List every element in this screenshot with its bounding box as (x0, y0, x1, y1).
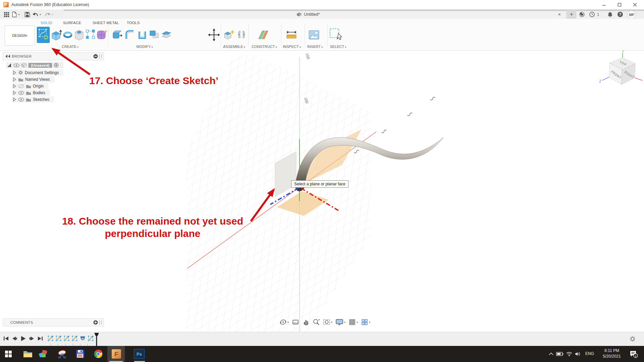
fillet-button[interactable] (124, 28, 136, 42)
app-grid-button[interactable] (2, 11, 11, 18)
save-button[interactable] (23, 11, 32, 18)
group-label-create[interactable]: CREATE (55, 45, 86, 49)
pan-button[interactable] (302, 318, 310, 326)
comments-header[interactable]: COMMENTS (3, 318, 104, 326)
browser-header[interactable]: BROWSER (3, 52, 104, 60)
revolve-button[interactable] (62, 28, 73, 42)
browser-item-named-views[interactable]: Named Views (12, 76, 55, 82)
visibility-eye-icon[interactable] (18, 91, 24, 95)
pattern-button[interactable] (85, 28, 96, 42)
expand-caret-icon[interactable] (13, 84, 16, 88)
group-label-construct[interactable]: CONSTRUCT (249, 45, 280, 49)
minimize-button[interactable] (596, 0, 612, 9)
move-copy-button[interactable] (208, 28, 220, 42)
combine-button[interactable] (149, 28, 160, 42)
joint-button[interactable] (236, 28, 247, 42)
visibility-eye-icon[interactable] (13, 63, 19, 67)
taskbar-chrome[interactable] (93, 349, 104, 359)
timeline-play-button[interactable] (20, 336, 26, 342)
expand-caret-icon[interactable] (13, 91, 16, 95)
taskbar-file-explorer[interactable] (22, 349, 34, 359)
timeline-feature-solid[interactable] (79, 335, 86, 342)
shell-button[interactable] (137, 28, 148, 42)
redo-button[interactable]: ▾ (44, 11, 53, 18)
expand-caret-icon[interactable] (13, 98, 16, 102)
taskbar-photoshop[interactable]: Ps (133, 349, 145, 359)
timeline-feature-sketch-2[interactable] (55, 335, 62, 342)
group-label-modify[interactable]: MODIFY (129, 45, 160, 49)
visibility-eye-icon[interactable] (18, 98, 24, 102)
document-tab[interactable]: Untitled* (64, 11, 567, 19)
viewports-button[interactable]: ▾ (361, 318, 370, 326)
file-menu-button[interactable]: ▾ (11, 11, 20, 18)
tab-sheet-metal[interactable]: SHEET METAL (93, 21, 119, 25)
split-body-button[interactable] (161, 28, 172, 42)
new-tab-button[interactable]: + (567, 10, 576, 19)
tray-clock[interactable]: 8:11 PM 5/20/2021 (599, 348, 625, 359)
maximize-button[interactable] (612, 0, 627, 9)
insert-image-button[interactable] (308, 28, 320, 42)
browser-root-row[interactable]: (Unsaved) (6, 62, 63, 68)
timeline-go-to-end-button[interactable] (38, 336, 43, 341)
fit-button[interactable]: ▾ (323, 318, 332, 326)
close-tab-button[interactable]: × (555, 11, 564, 18)
expand-caret-icon[interactable] (13, 77, 16, 81)
undo-button[interactable]: ▾ (32, 11, 41, 18)
view-cube[interactable]: TOP FRONT RIGHT Y X Z (598, 50, 644, 90)
grid-snap-button[interactable]: ▾ (348, 318, 358, 326)
add-comment-icon[interactable] (93, 320, 98, 325)
hide-panel-icon[interactable] (93, 54, 98, 59)
timeline-feature-sketch-4[interactable] (71, 335, 78, 342)
user-avatar[interactable]: MP (627, 10, 636, 19)
tab-surface[interactable]: SURFACE (63, 21, 81, 25)
browser-item-bodies[interactable]: Bodies (12, 90, 50, 96)
timeline-go-to-start-button[interactable] (3, 336, 9, 341)
create-sketch-button[interactable] (37, 27, 50, 43)
timeline-feature-sketch-5[interactable] (88, 335, 94, 342)
zoom-button[interactable] (313, 318, 320, 326)
expand-collapse-icon[interactable] (7, 63, 12, 68)
expand-caret-icon[interactable] (13, 71, 16, 75)
group-label-assemble[interactable]: ASSEMBLE (219, 45, 250, 49)
orbit-button[interactable]: ▾ (279, 318, 289, 326)
panel-drag-handle[interactable] (99, 320, 102, 324)
select-button[interactable] (329, 28, 347, 44)
press-pull-button[interactable] (111, 28, 123, 42)
taskbar-app-colored-cards[interactable] (38, 349, 49, 359)
panel-drag-handle[interactable] (99, 54, 102, 58)
taskbar-notepad-save-app[interactable] (74, 349, 86, 359)
activate-radio-icon[interactable] (54, 63, 59, 68)
tray-language[interactable]: ENG (585, 351, 594, 356)
timeline-feature-sketch-3[interactable] (63, 335, 70, 342)
hole-button[interactable] (73, 28, 85, 42)
browser-item-origin[interactable]: Origin (12, 83, 48, 89)
help-button[interactable]: ? (616, 11, 625, 18)
extrude-button[interactable] (50, 28, 62, 42)
start-button[interactable] (3, 349, 14, 359)
workspace-selector[interactable]: DESIGN (5, 25, 35, 46)
browser-item-document-settings[interactable]: Document Settings (12, 69, 63, 76)
collapse-panel-icon[interactable] (5, 55, 10, 58)
look-at-button[interactable] (292, 318, 299, 326)
timeline-feature-sketch-1[interactable] (47, 335, 54, 342)
job-status-button[interactable] (578, 11, 586, 18)
construct-plane-button[interactable] (258, 28, 270, 42)
taskbar-snipping-tool[interactable] (56, 349, 68, 359)
timeline-step-back-button[interactable] (12, 336, 17, 341)
new-component-button[interactable] (223, 28, 236, 42)
notifications-clock-button[interactable] (588, 11, 596, 18)
timeline-settings-gear-icon[interactable] (629, 336, 636, 342)
close-button[interactable] (627, 0, 643, 9)
display-settings-button[interactable]: ▾ (335, 318, 345, 326)
browser-item-sketches[interactable]: Sketches (12, 97, 54, 103)
taskbar-fusion360[interactable]: F (111, 349, 122, 359)
action-center-button[interactable]: 1 (628, 349, 639, 359)
tray-volume[interactable] (572, 349, 584, 359)
bell-button[interactable] (606, 11, 614, 18)
create-form-button[interactable] (96, 28, 108, 42)
measure-button[interactable] (285, 28, 298, 42)
tab-solid[interactable]: SOLID (41, 21, 52, 25)
visibility-off-icon[interactable] (18, 84, 24, 88)
group-label-select[interactable]: SELECT (324, 45, 352, 49)
timeline-step-forward-button[interactable] (29, 336, 35, 341)
